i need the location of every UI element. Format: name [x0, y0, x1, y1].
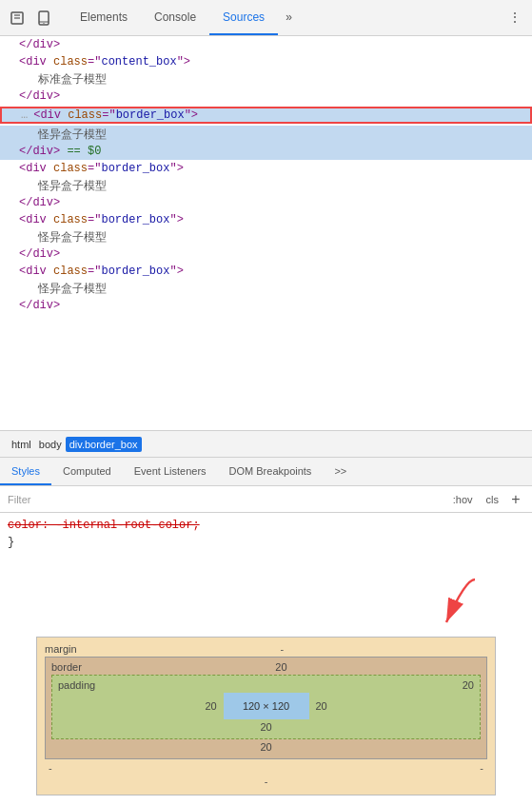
breadcrumb-active[interactable]: div.border_box — [66, 437, 142, 452]
margin-sides-row: - - — [45, 762, 487, 774]
breadcrumb: html body div.border_box — [0, 431, 532, 458]
styles-tabs-bar: Styles Computed Event Listeners DOM Brea… — [0, 458, 532, 486]
devtools-toolbar: Elements Console Sources » ⋮ — [0, 0, 532, 36]
css-content: color: -internal-root-color; } — [0, 513, 532, 570]
margin-top-row: margin - — [45, 643, 487, 655]
cursor-icon[interactable] — [6, 7, 29, 29]
margin-top-value: - — [280, 643, 284, 655]
margin-bottom-row: - — [45, 776, 487, 789]
filter-buttons: :hov cls + — [448, 491, 524, 508]
border-label: border — [51, 661, 82, 673]
tag-name: div — [32, 38, 53, 51]
css-brace: } — [8, 536, 14, 549]
tag-punct: </ — [19, 38, 32, 51]
text-content: 标准盒子模型 — [38, 71, 107, 88]
padding-right-value: 20 — [313, 700, 330, 712]
menu-icon[interactable]: ⋮ — [503, 7, 526, 29]
padding-label: padding — [58, 679, 95, 691]
attr-name: class — [53, 55, 88, 69]
tag-punct: < — [19, 55, 26, 69]
padding-top-row: padding 20 — [58, 679, 474, 691]
html-line[interactable]: <div class="border_box"> — [0, 211, 532, 228]
tab-more[interactable]: » — [278, 0, 300, 35]
add-style-button[interactable]: + — [507, 491, 524, 508]
html-line[interactable]: </div> — [0, 88, 532, 105]
html-line[interactable]: </div> — [0, 194, 532, 211]
html-line[interactable]: 标准盒子模型 — [0, 70, 532, 88]
elements-panel: </div> <div class="content_box"> 标准盒子模型 … — [0, 36, 532, 431]
svg-point-5 — [43, 22, 44, 23]
tag-punct2: > — [53, 38, 60, 51]
html-line[interactable]: <div class="border_box"> — [0, 160, 532, 177]
html-line[interactable]: 怪异盒子模型 — [0, 177, 532, 194]
css-line-brace: } — [8, 534, 524, 551]
margin-left-outer: - — [45, 762, 52, 774]
html-line-highlighted[interactable]: 怪异盒子模型 — [0, 126, 532, 143]
styles-tab-styles[interactable]: Styles — [0, 458, 51, 485]
box-model-section: margin - border 20 padding 20 20 120 × 1 — [0, 637, 532, 803]
device-icon[interactable] — [32, 7, 55, 29]
tab-console[interactable]: Console — [141, 0, 209, 35]
highlighted-html-line[interactable]: … <div class="border_box"> — [0, 107, 532, 124]
dollar-sign: == $0 — [67, 145, 101, 158]
styles-tab-more[interactable]: >> — [323, 458, 358, 485]
red-arrow — [408, 575, 484, 637]
border-top-row: border 20 — [51, 661, 481, 673]
breadcrumb-html[interactable]: html — [8, 437, 35, 452]
margin-label: margin — [45, 643, 77, 655]
padding-top-value: 20 — [463, 679, 474, 691]
html-line[interactable]: <div class="content_box"> — [0, 53, 532, 70]
padding-left-value: 20 — [203, 700, 220, 712]
html-line[interactable]: </div> — [0, 245, 532, 263]
html-line[interactable]: 怪异盒子模型 — [0, 280, 532, 297]
tab-sources[interactable]: Sources — [209, 0, 278, 35]
tabs-bar: Elements Console Sources » — [67, 0, 300, 35]
content-size-box: 120 × 120 — [224, 693, 309, 719]
border-top-value: 20 — [275, 661, 286, 673]
arrow-area — [0, 570, 532, 637]
dot-indicator: … — [21, 108, 28, 122]
html-line[interactable]: 怪异盒子模型 — [0, 228, 532, 245]
margin-right-outer: - — [480, 762, 487, 774]
styles-tab-event-listeners[interactable]: Event Listeners — [123, 458, 218, 485]
filter-bar: Filter :hov cls + — [0, 486, 532, 513]
content-row: 20 120 × 120 20 — [58, 693, 474, 719]
attr-value: content_box — [101, 55, 176, 69]
filter-placeholder: Filter — [8, 494, 448, 505]
margin-box: margin - border 20 padding 20 20 120 × 1 — [36, 637, 496, 795]
html-line[interactable]: </div> — [0, 297, 532, 314]
padding-bottom-value: 20 — [260, 721, 271, 733]
styles-tab-dom-breakpoints[interactable]: DOM Breakpoints — [218, 458, 324, 485]
tab-elements[interactable]: Elements — [67, 0, 141, 35]
padding-box: padding 20 20 120 × 120 20 20 — [51, 675, 481, 739]
cls-button[interactable]: cls — [482, 492, 503, 507]
css-line-strikethrough: color: -internal-root-color; — [8, 517, 524, 534]
styles-tab-computed[interactable]: Computed — [51, 458, 123, 485]
html-line[interactable]: </div> — [0, 36, 532, 53]
tag-name: div — [26, 55, 47, 69]
padding-bottom-row: 20 — [58, 721, 474, 735]
border-bottom-row: 20 — [51, 741, 481, 755]
margin-bottom-value: - — [265, 776, 268, 787]
border-box: border 20 padding 20 20 120 × 120 20 — [45, 657, 487, 759]
html-line[interactable]: <div class="border_box"> — [0, 263, 532, 280]
hov-button[interactable]: :hov — [448, 492, 478, 507]
css-property: color: -internal-root-color; — [8, 519, 200, 532]
toolbar-icons — [6, 7, 55, 29]
breadcrumb-body[interactable]: body — [35, 437, 66, 452]
svg-rect-3 — [39, 11, 49, 25]
html-line-highlighted[interactable]: </div> == $0 — [0, 143, 532, 160]
border-bottom-value: 20 — [260, 741, 271, 753]
toolbar-right: ⋮ — [503, 7, 526, 29]
